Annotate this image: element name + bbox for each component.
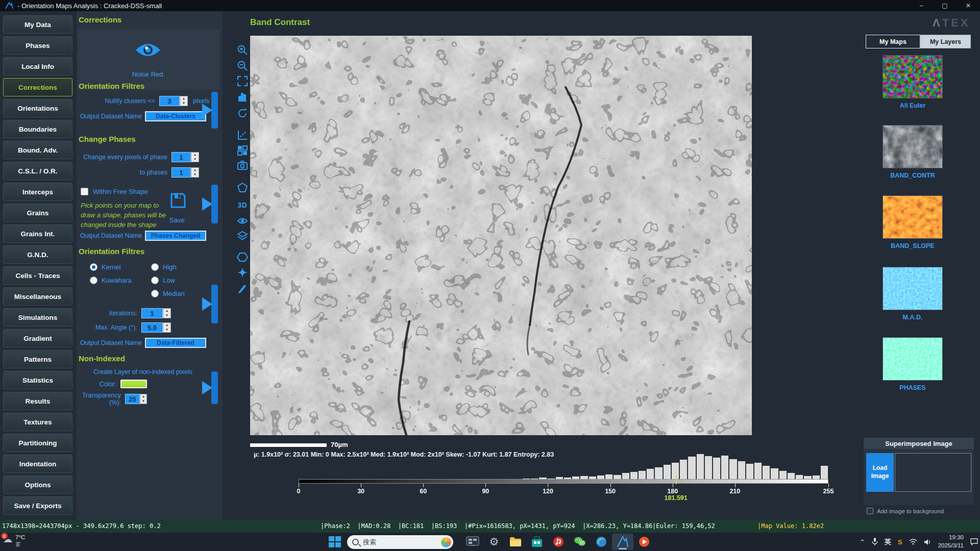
noise-reduction-card[interactable]: Noise Red. — [78, 30, 219, 90]
taskbar-search[interactable]: 搜索 — [347, 535, 453, 549]
change-phase-to-stepper[interactable]: ▲▼ — [191, 167, 199, 178]
sidebar-item-textures[interactable]: Textures — [3, 413, 72, 431]
map-thumbnail-phases[interactable] — [883, 337, 943, 381]
sidebar-item-my-data[interactable]: My Data — [3, 15, 72, 34]
polygon-select-icon[interactable] — [236, 181, 249, 194]
sidebar-item-c-s-l-o-r-[interactable]: C.S.L. / O.R. — [3, 162, 72, 180]
nullify-clusters-input[interactable]: 3 — [159, 96, 180, 106]
save-shape-icon[interactable] — [170, 193, 186, 208]
sidebar-item-bound-adv-[interactable]: Bound. Adv. — [3, 141, 72, 159]
sidebar-item-simulations[interactable]: Simulations — [3, 308, 72, 327]
output-dataset-field-1[interactable]: Data-Clusters — [145, 111, 206, 121]
tab-my-maps[interactable]: My Maps — [866, 35, 920, 48]
change-phase-from-stepper[interactable]: ▲▼ — [191, 152, 199, 162]
maximize-button[interactable]: ▢ — [933, 0, 957, 11]
taskbar-app-edge[interactable] — [591, 534, 612, 550]
gray-gradient-strip[interactable] — [299, 479, 828, 484]
transparency-stepper[interactable]: ▲▼ — [140, 394, 147, 404]
transparency-input[interactable]: 25 — [125, 394, 140, 404]
radio-high[interactable] — [151, 263, 159, 271]
tray-wifi-icon[interactable] — [909, 539, 917, 545]
superimposed-image-dropzone[interactable] — [895, 453, 971, 492]
fit-screen-icon[interactable] — [236, 74, 249, 88]
draw-pen-icon[interactable] — [236, 282, 249, 295]
layers-icon[interactable] — [236, 229, 249, 242]
add-image-background-checkbox[interactable] — [867, 508, 873, 514]
hexagon-icon[interactable] — [236, 251, 249, 264]
taskbar-app-wechat[interactable] — [569, 534, 591, 550]
minimize-button[interactable]: – — [910, 0, 933, 11]
map-thumbnail-band-slope[interactable] — [883, 195, 943, 239]
tray-volume-icon[interactable] — [924, 539, 932, 545]
sidebar-item-interceps[interactable]: Interceps — [3, 183, 72, 201]
tray-input-language[interactable]: 英 — [885, 537, 891, 546]
taskbar-clock[interactable]: 19:30 2025/3/11 — [938, 534, 964, 549]
max-angle-input[interactable]: 5.0 — [141, 322, 163, 333]
change-phase-to-input[interactable]: 1 — [172, 167, 191, 178]
output-dataset-field-2[interactable]: Phases Changed — [145, 231, 206, 241]
zoom-in-icon[interactable] — [236, 43, 249, 57]
sidebar-item-save-exports[interactable]: Save / Exports — [3, 496, 72, 515]
max-angle-stepper[interactable]: ▲▼ — [163, 322, 171, 333]
sidebar-item-miscellaneous[interactable]: Miscellaneous — [3, 287, 72, 306]
tray-sogou-icon[interactable]: S — [898, 538, 902, 546]
sidebar-item-results[interactable]: Results — [3, 392, 72, 410]
start-button[interactable] — [329, 536, 341, 547]
load-image-button[interactable]: Load Image — [866, 453, 894, 492]
taskbar-app-music[interactable] — [548, 534, 569, 550]
sidebar-item-options[interactable]: Options — [3, 475, 72, 494]
view-3d-icon[interactable] — [236, 214, 249, 228]
within-free-shape-checkbox[interactable] — [81, 188, 88, 195]
iterations-stepper[interactable]: ▲▼ — [163, 308, 171, 318]
nullify-clusters-stepper[interactable]: ▲▼ — [180, 96, 188, 106]
band-contrast-map[interactable] — [250, 36, 752, 435]
tile-grid-icon[interactable] — [236, 144, 249, 157]
iterations-input[interactable]: 1 — [141, 308, 163, 318]
sidebar-item-local-info[interactable]: Local Info — [3, 57, 72, 76]
sidebar-item-g-n-d-[interactable]: G.N.D. — [3, 245, 72, 264]
radio-median[interactable] — [151, 290, 159, 297]
tray-notification-icon[interactable] — [970, 538, 978, 545]
output-dataset-field-3[interactable]: Data-Filtered — [145, 338, 206, 348]
map-thumbnail-band-contr[interactable] — [883, 125, 943, 168]
change-phase-from-input[interactable]: 1 — [172, 152, 191, 162]
apply-change-phases-button[interactable] — [202, 197, 212, 211]
zoom-out-icon[interactable] — [236, 59, 249, 72]
map-thumbnail-all-euler[interactable] — [883, 55, 943, 98]
taskbar-app-store[interactable] — [526, 534, 548, 550]
taskbar-app-settings[interactable]: ⚙ — [483, 534, 505, 550]
taskbar-app-atex[interactable] — [612, 534, 633, 550]
sidebar-item-phases[interactable]: Phases — [3, 36, 72, 55]
tray-microphone-icon[interactable] — [872, 538, 878, 546]
3d-icon[interactable]: 3D — [236, 198, 249, 212]
taskbar-weather[interactable]: ☁8 7°C 雾 — [3, 534, 25, 548]
close-button[interactable]: ✕ — [957, 0, 980, 11]
apply-nullify-button[interactable] — [202, 104, 212, 117]
sidebar-item-boundaries[interactable]: Boundaries — [3, 120, 72, 138]
plot-axes-icon[interactable] — [236, 129, 249, 142]
eye-icon[interactable] — [135, 41, 161, 59]
taskbar-app-task-view[interactable] — [462, 534, 483, 550]
camera-icon[interactable] — [236, 159, 249, 172]
sidebar-item-indentation[interactable]: Indentation — [3, 455, 72, 473]
sidebar-item-grains[interactable]: Grains — [3, 204, 72, 222]
radio-kernel[interactable] — [90, 263, 97, 271]
intensity-histogram[interactable] — [299, 453, 828, 480]
search-highlight-icon[interactable] — [441, 537, 451, 547]
histogram-icon[interactable] — [236, 90, 249, 103]
tray-chevron-up-icon[interactable]: ⌃ — [860, 538, 865, 546]
radio-low[interactable] — [151, 277, 159, 284]
apply-non-indexed-button[interactable] — [202, 381, 212, 394]
sidebar-item-corrections[interactable]: Corrections — [3, 78, 72, 96]
sidebar-item-cells-traces[interactable]: Cells - Traces — [3, 266, 72, 285]
sidebar-item-partitioning[interactable]: Partitioning — [3, 434, 72, 452]
star-burst-icon[interactable] — [236, 266, 249, 279]
rotate-icon[interactable] — [236, 107, 249, 120]
taskbar-app-file-explorer[interactable] — [505, 534, 526, 550]
sidebar-item-statistics[interactable]: Statistics — [3, 371, 72, 389]
sidebar-item-gradient[interactable]: Gradient — [3, 329, 72, 347]
color-swatch[interactable] — [120, 380, 147, 388]
sidebar-item-grains-int-[interactable]: Grains Int. — [3, 224, 72, 243]
radio-kuwahara[interactable] — [90, 277, 97, 284]
apply-orientation-filter-button[interactable] — [202, 297, 212, 311]
